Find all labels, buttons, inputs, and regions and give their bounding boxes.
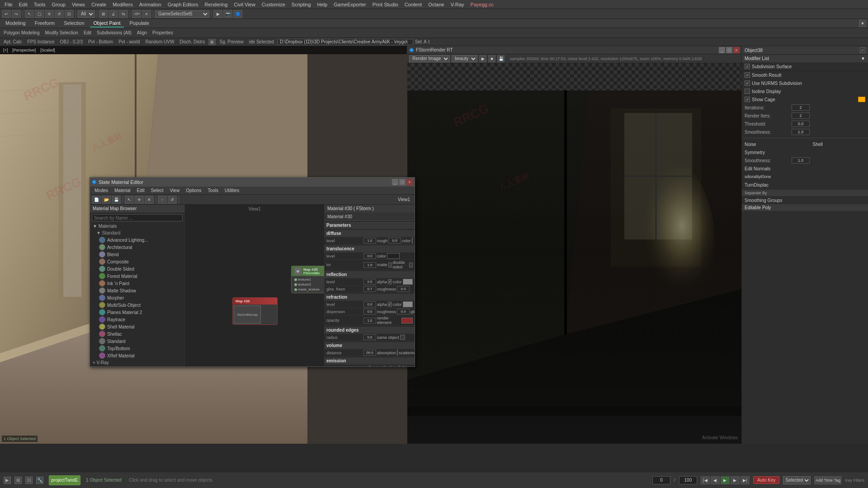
anim-prev-btn[interactable]: ◀ <box>711 476 720 484</box>
diffuse-color-box[interactable] <box>412 238 413 244</box>
undo-btn[interactable]: ↩ <box>2 10 11 18</box>
mat-planes-mat2[interactable]: Planes Material 2 <box>90 309 184 316</box>
render-play-btn[interactable]: ▶ <box>479 55 486 62</box>
frame-input[interactable] <box>652 476 670 484</box>
slate-move-btn[interactable]: ✛ <box>135 196 144 204</box>
menu-civil-view[interactable]: Civil View <box>231 1 258 8</box>
add-time-tag-btn[interactable]: Add Time Tag <box>814 476 841 484</box>
menu-help[interactable]: Help <box>315 1 330 8</box>
mat-shell-material[interactable]: Shell Material <box>90 323 184 330</box>
mat-blend[interactable]: Blend <box>90 251 184 258</box>
threshold-input[interactable] <box>792 121 810 127</box>
render-save-btn[interactable]: 💾 <box>497 55 505 62</box>
slate-restore-btn[interactable]: □ <box>399 179 406 185</box>
roughness-input[interactable] <box>397 286 410 292</box>
bottom-icon-2[interactable]: ⊞ <box>14 477 22 484</box>
turndisplac-row[interactable]: TurnDisplac <box>742 181 868 189</box>
menu-graph-editors[interactable]: Graph Editors <box>165 1 201 8</box>
mat-composite[interactable]: Composite <box>90 258 184 265</box>
menu-content[interactable]: Content <box>402 1 425 8</box>
scale-btn[interactable]: ⊡ <box>65 10 74 18</box>
ref-roughness-input[interactable] <box>397 309 410 314</box>
noise-row[interactable]: Noise Shell <box>742 140 868 148</box>
smooth-check[interactable]: ✓ <box>745 72 750 78</box>
ior-input[interactable] <box>363 262 376 268</box>
edit-item[interactable]: Edit <box>82 30 93 35</box>
tab-populate[interactable]: Populate <box>126 19 152 28</box>
render-mode-dropdown[interactable]: Render Image <box>409 55 450 62</box>
slate-menu-options[interactable]: Options <box>183 188 204 193</box>
slate-delete-btn[interactable]: ✕ <box>145 196 154 204</box>
pvt-world[interactable]: Pvt - world <box>117 39 142 44</box>
node-bitmap[interactable]: Map #20 StormBitmap <box>232 297 278 325</box>
fps-instance[interactable]: FPS Instance <box>26 39 57 44</box>
anim-start-btn[interactable]: |◀ <box>701 476 710 484</box>
refl-level-input[interactable] <box>363 279 376 285</box>
bottom-icon-4[interactable]: 🔧 <box>36 477 43 484</box>
dispersion-input[interactable] <box>363 309 376 314</box>
render-minimize-btn[interactable]: _ <box>719 47 725 53</box>
slate-new-btn[interactable]: 📄 <box>92 196 101 204</box>
refr-alpha-check[interactable]: ✓ <box>388 302 392 307</box>
slate-menu-utilities[interactable]: Utilities <box>222 188 242 193</box>
reference-dropdown[interactable]: All <box>78 10 95 18</box>
node-editor-canvas[interactable]: View1 Map #20 StormBitmap <box>185 205 324 366</box>
ide-selected[interactable]: ide Selected <box>247 39 276 44</box>
mat-shellac[interactable]: Shellac <box>90 330 184 338</box>
double-sided-check[interactable] <box>409 263 413 267</box>
refl-color-box[interactable] <box>403 279 413 285</box>
menu-tools[interactable]: Tools <box>31 1 48 8</box>
slate-menu-tools[interactable]: Tools <box>205 188 221 193</box>
object-toggle[interactable]: ✓ <box>860 47 865 53</box>
mat-xref[interactable]: XRef Material <box>90 352 184 359</box>
diffuse-rough-input[interactable] <box>388 238 401 244</box>
anim-end-btn[interactable]: ▶| <box>741 476 750 484</box>
play-btn[interactable]: ▶ <box>213 10 222 18</box>
mat-ink-n-paint[interactable]: Ink 'n Paint <box>90 280 184 287</box>
select-region-btn[interactable]: ▢ <box>35 10 44 18</box>
menu-scripting[interactable]: Scripting <box>289 1 314 8</box>
materials-category[interactable]: ▼ Materials <box>90 223 184 230</box>
edit-normals-row[interactable]: Edit Normals <box>742 164 868 173</box>
same-object-check[interactable] <box>400 335 405 340</box>
vp-scaled[interactable]: [Scaled] <box>39 48 57 52</box>
mirror-btn[interactable]: ⊣⊢ <box>132 10 141 18</box>
show-cage-check[interactable]: ✓ <box>745 97 750 102</box>
map25-texture2[interactable]: texture2 <box>292 282 324 287</box>
slate-menu-select[interactable]: Select <box>148 188 166 193</box>
standard-subcategory[interactable]: ▼ Standard <box>90 230 184 236</box>
menu-views[interactable]: Views <box>69 1 88 8</box>
cage-color[interactable] <box>858 97 865 102</box>
menu-animation[interactable]: Animation <box>137 1 164 8</box>
mat-standard[interactable]: Standard <box>90 338 184 345</box>
modify-selection[interactable]: Modify Selection <box>43 30 80 35</box>
anim-play-btn[interactable]: ▶ <box>721 476 730 484</box>
diffuse-level-input[interactable] <box>363 238 376 244</box>
absorption-color[interactable] <box>397 350 398 356</box>
frame-total-input[interactable] <box>679 476 697 484</box>
smoothing-groups-row[interactable]: Smoothing Groups <box>742 196 868 204</box>
menu-customize[interactable]: Customize <box>259 1 288 8</box>
mat-double-sided[interactable]: Double Sided <box>90 265 184 272</box>
tab-modeling[interactable]: Modeling <box>2 19 29 28</box>
mat-matte-shadow[interactable]: Matte Shadow <box>90 287 184 294</box>
obj-id[interactable]: OBJ - 0.2/3 <box>58 39 85 44</box>
render-iters-input[interactable] <box>792 113 810 119</box>
project-button[interactable]: projectTwistE <box>49 475 80 485</box>
sub-checkbox[interactable]: ✓ <box>745 64 750 69</box>
mat-architectural[interactable]: Architectural <box>90 244 184 251</box>
render-maximize-btn[interactable]: □ <box>726 47 732 53</box>
anim-next-btn[interactable]: ▶ <box>731 476 740 484</box>
slate-menu-view[interactable]: View <box>167 188 183 193</box>
node-map25[interactable]: M Map #25 FStormMix texture1 te <box>291 266 324 293</box>
angle-snap-btn[interactable]: ∠ <box>109 10 118 18</box>
refr-level-input[interactable] <box>363 301 376 307</box>
modifier-subdivision[interactable]: ✓ Subdivision Surface <box>742 62 868 70</box>
refr-color-box[interactable] <box>403 301 413 307</box>
mat-multi-sub[interactable]: Multi/Sub-Object <box>90 301 184 309</box>
properties-item[interactable]: Properties <box>151 30 175 35</box>
sg-preview[interactable]: Sg. Preview <box>217 39 245 44</box>
random-uvw[interactable]: Random UVW <box>143 39 176 44</box>
disch-distrs[interactable]: Disch. Distrs <box>178 39 207 44</box>
menu-create[interactable]: Create <box>89 1 109 8</box>
